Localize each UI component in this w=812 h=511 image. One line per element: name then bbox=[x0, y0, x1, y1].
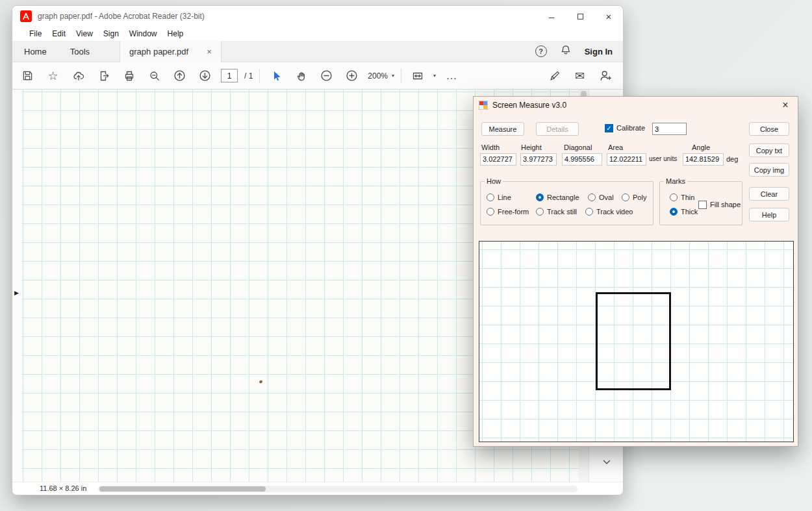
hand-tool-icon[interactable] bbox=[292, 66, 311, 85]
window-controls: – × bbox=[537, 6, 623, 27]
help-icon[interactable]: ? bbox=[535, 45, 547, 57]
document-tab[interactable]: graph paper.pdf × bbox=[120, 41, 222, 62]
angle-label: Angle bbox=[692, 143, 710, 151]
horizontal-scrollbar-thumb[interactable] bbox=[99, 486, 266, 492]
screen-measure-app-icon bbox=[479, 101, 488, 110]
nav-pane-expand-icon[interactable]: ▶ bbox=[14, 290, 19, 296]
radio-thick-label: Thick bbox=[681, 208, 698, 216]
fill-shape-checkbox[interactable]: Fill shape bbox=[698, 200, 741, 209]
cloud-upload-icon[interactable] bbox=[69, 66, 88, 85]
paper-speck bbox=[259, 380, 262, 383]
more-tools-icon[interactable]: … bbox=[442, 66, 461, 85]
height-label: Height bbox=[521, 143, 542, 151]
send-email-icon[interactable]: ✉ bbox=[570, 66, 589, 85]
height-field[interactable]: 3.977273 bbox=[520, 153, 557, 166]
width-field[interactable]: 3.022727 bbox=[480, 153, 516, 166]
notifications-bell-icon[interactable] bbox=[560, 44, 572, 58]
menu-help[interactable]: Help bbox=[162, 29, 189, 38]
zoom-in-icon[interactable] bbox=[342, 66, 361, 85]
menu-view[interactable]: View bbox=[71, 29, 98, 38]
radio-thin-label: Thin bbox=[681, 193, 694, 201]
radio-poly[interactable]: Poly bbox=[622, 193, 646, 202]
toolbar-divider bbox=[259, 69, 260, 83]
toolbar: ☆ bbox=[12, 62, 623, 90]
zoom-level-value: 200% bbox=[368, 71, 388, 81]
fill-sign-pen-icon[interactable] bbox=[545, 66, 564, 85]
print-icon[interactable] bbox=[120, 66, 138, 85]
menu-file[interactable]: File bbox=[24, 29, 47, 38]
toolbar-divider bbox=[401, 69, 401, 83]
sign-in-button[interactable]: Sign In bbox=[585, 47, 613, 56]
how-group: How bbox=[480, 181, 653, 225]
menu-bar: File Edit View Sign Window Help bbox=[12, 27, 623, 41]
dialog-title: Screen Measure v3.0 bbox=[492, 101, 566, 110]
radio-track-still[interactable]: Track still bbox=[536, 207, 577, 216]
export-pdf-icon[interactable] bbox=[94, 66, 113, 85]
dialog-title-bar: Screen Measure v3.0 × bbox=[474, 97, 798, 114]
tab-home[interactable]: Home bbox=[12, 41, 58, 62]
calibrate-checkbox[interactable]: Calibrate bbox=[605, 123, 645, 132]
calibrate-value-input[interactable] bbox=[652, 123, 687, 135]
document-tab-label: graph paper.pdf bbox=[129, 47, 188, 56]
checkbox-checked-icon bbox=[605, 124, 613, 132]
close-icon: × bbox=[606, 11, 612, 22]
menu-sign[interactable]: Sign bbox=[98, 29, 124, 38]
diagonal-label: Diagonal bbox=[564, 143, 592, 151]
diagonal-field[interactable]: 4.995556 bbox=[562, 153, 602, 166]
radio-line-label: Line bbox=[498, 193, 511, 201]
toolbar-right: ✉ bbox=[545, 66, 617, 85]
help-button[interactable]: Help bbox=[749, 208, 789, 221]
maximize-icon bbox=[577, 14, 583, 19]
area-field[interactable]: 12.022211 bbox=[607, 153, 646, 166]
dialog-close-icon[interactable]: × bbox=[778, 99, 793, 111]
measure-preview-canvas[interactable] bbox=[479, 241, 794, 442]
radio-circle bbox=[588, 193, 596, 201]
dialog-close-button[interactable]: Close bbox=[749, 122, 789, 136]
fill-shape-label: Fill shape bbox=[710, 201, 741, 208]
clear-button[interactable]: Clear bbox=[749, 187, 789, 201]
radio-free-form[interactable]: Free-form bbox=[487, 207, 529, 216]
close-button[interactable]: × bbox=[594, 6, 623, 27]
details-button[interactable]: Details bbox=[536, 122, 579, 136]
add-user-icon[interactable] bbox=[596, 66, 615, 85]
menu-edit[interactable]: Edit bbox=[47, 29, 71, 38]
star-icon[interactable]: ☆ bbox=[44, 66, 62, 85]
select-tool-icon[interactable] bbox=[266, 66, 285, 85]
save-icon[interactable] bbox=[18, 66, 37, 85]
calibrate-label: Calibrate bbox=[616, 124, 645, 132]
screen-measure-dialog: Screen Measure v3.0 × Measure Details Ca… bbox=[473, 96, 798, 447]
maximize-button[interactable] bbox=[566, 6, 594, 27]
tab-close-icon[interactable]: × bbox=[207, 47, 212, 56]
radio-line[interactable]: Line bbox=[487, 193, 511, 202]
minimize-button[interactable]: – bbox=[537, 6, 566, 27]
copy-img-button[interactable]: Copy img bbox=[749, 163, 789, 177]
area-label: Area bbox=[608, 143, 623, 151]
chevron-down-icon[interactable]: ▾ bbox=[433, 73, 436, 79]
radio-thick[interactable]: Thick bbox=[670, 207, 698, 216]
previous-page-icon[interactable] bbox=[170, 66, 189, 85]
panel-collapse-chevron-icon[interactable] bbox=[598, 453, 616, 471]
radio-oval-label: Oval bbox=[599, 193, 614, 201]
copy-txt-button[interactable]: Copy txt bbox=[749, 143, 789, 157]
acrobat-app-icon bbox=[20, 10, 32, 22]
radio-thin[interactable]: Thin bbox=[670, 193, 694, 202]
radio-poly-label: Poly bbox=[633, 193, 646, 201]
radio-selected-icon bbox=[536, 193, 544, 201]
radio-track-video[interactable]: Track video bbox=[585, 207, 633, 216]
radio-oval[interactable]: Oval bbox=[588, 193, 614, 202]
measure-button[interactable]: Measure bbox=[481, 122, 524, 136]
radio-rectangle[interactable]: Rectangle bbox=[536, 193, 579, 202]
user-units-label: user units bbox=[649, 155, 677, 162]
checkbox-unchecked-icon bbox=[698, 201, 707, 209]
fit-width-icon[interactable] bbox=[408, 66, 427, 85]
zoom-level-dropdown[interactable]: 200% ▾ bbox=[368, 71, 394, 81]
page-number-input[interactable] bbox=[221, 69, 238, 82]
next-page-icon[interactable] bbox=[196, 66, 214, 85]
zoom-marquee-icon[interactable] bbox=[145, 66, 164, 85]
menu-window[interactable]: Window bbox=[124, 29, 162, 38]
tab-tools[interactable]: Tools bbox=[58, 41, 101, 62]
zoom-out-icon[interactable] bbox=[317, 66, 336, 85]
page-total-label: / 1 bbox=[244, 71, 253, 81]
horizontal-scrollbar[interactable] bbox=[98, 486, 577, 492]
angle-field[interactable]: 142.81529 bbox=[683, 153, 724, 166]
